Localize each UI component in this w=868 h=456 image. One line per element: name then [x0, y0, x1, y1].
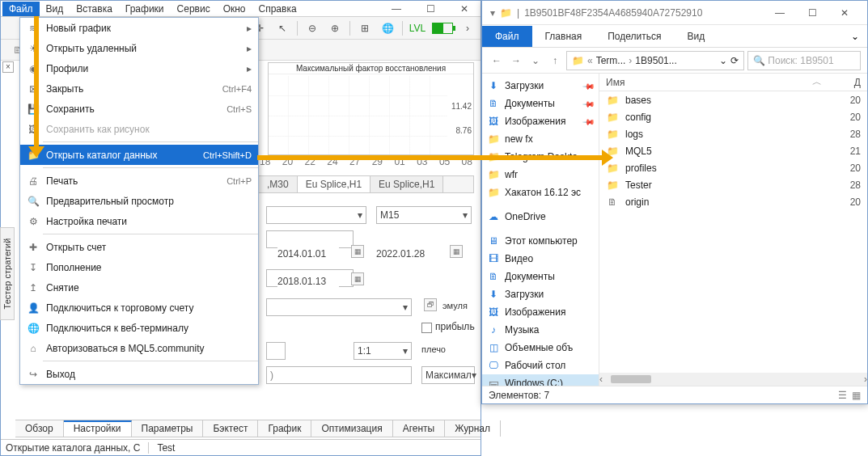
tree-item[interactable]: 🎞Видео — [482, 250, 599, 268]
ribbon-view[interactable]: Вид — [674, 26, 718, 47]
tree-item[interactable]: 🗎Документы — [482, 268, 599, 285]
tree-item[interactable]: 🖼Изображения📌 — [482, 112, 599, 130]
files-header[interactable]: Имя ︿ Д — [599, 74, 867, 91]
emu-select[interactable] — [266, 298, 412, 316]
tab-journal[interactable]: Журнал — [445, 420, 501, 437]
breadcrumb-dropdown-icon[interactable]: ⌄ — [719, 55, 727, 66]
period-select[interactable]: M15 — [376, 206, 472, 224]
menu-item[interactable]: 🖨ПечатьCtrl+P — [20, 171, 258, 191]
ribbon-home[interactable]: Главная — [532, 26, 595, 47]
nav-forward-icon[interactable]: → — [508, 53, 524, 69]
column-name[interactable]: Имя — [606, 77, 812, 88]
back-history-icon[interactable]: ▾ — [490, 7, 495, 19]
menu-insert[interactable]: Вставка — [70, 2, 119, 16]
file-row[interactable]: 📁config20 — [599, 108, 867, 125]
breadcrumb[interactable]: 📁 « Term... › 1B9501... ⌄ ⟳ — [566, 51, 744, 70]
tree-item[interactable]: 🖵Рабочий стол — [482, 357, 599, 374]
menu-item[interactable]: ⊠ЗакрытьCtrl+F4 — [20, 78, 258, 99]
tree-item[interactable]: ⬇Загрузки — [482, 285, 599, 303]
tree-item[interactable]: 📁wfr — [482, 166, 599, 184]
tree-item[interactable]: 🖥Этот компьютер — [482, 232, 599, 250]
tree-item[interactable]: ☁OneDrive — [482, 208, 599, 226]
ribbon-share[interactable]: Поделиться — [595, 26, 674, 47]
tester-sidebar-label[interactable]: Тестер стратегий — [0, 227, 15, 320]
date-mid-input[interactable]: 2018.01.13 — [277, 272, 339, 290]
tab-overview[interactable]: Обзор — [15, 420, 64, 437]
breadcrumb-segment[interactable]: 1B9501... — [635, 55, 676, 66]
menu-file[interactable]: Файл — [2, 2, 40, 16]
chart-tab[interactable]: Eu Splice,H1 — [298, 176, 370, 192]
explorer-tree[interactable]: ⬇Загрузки📌🗎Документы📌🖼Изображения📌📁new f… — [482, 74, 599, 386]
explorer-search-input[interactable]: 🔍 Поиск: 1B9501 — [747, 51, 861, 70]
tree-item[interactable]: ♪Музыка — [482, 321, 599, 339]
tree-item[interactable]: ◫Объемные объ — [482, 339, 599, 357]
menu-item[interactable]: 👤Подключиться к торговому счету — [20, 298, 258, 318]
menu-window[interactable]: Окно — [217, 2, 252, 16]
menu-item[interactable]: ↪Выход — [20, 364, 258, 384]
cursor-icon[interactable]: ↖ — [274, 20, 290, 36]
emu-open-button[interactable]: 🗗 — [424, 298, 437, 311]
chart-tab[interactable]: ,M30 — [259, 176, 298, 192]
tab-chart[interactable]: График — [258, 420, 311, 437]
details-view-icon[interactable]: ☰ — [838, 390, 847, 401]
menu-item[interactable]: ⚙Настройка печати — [20, 211, 258, 231]
deposit-input[interactable] — [266, 342, 286, 360]
globe-icon[interactable]: 🌐 — [379, 20, 396, 36]
zoomin-icon[interactable]: ⊕ — [327, 20, 343, 36]
nav-up-icon[interactable]: ↑ — [547, 53, 563, 69]
menu-item[interactable]: ☀Открыть удаленный▸ — [20, 38, 258, 58]
calendar-icon[interactable]: ▦ — [351, 272, 364, 285]
menu-help[interactable]: Справка — [252, 2, 303, 16]
column-sort-icon[interactable]: ︿ — [812, 75, 822, 89]
tab-params[interactable]: Параметры — [132, 420, 204, 437]
zoomout-icon[interactable]: ⊖ — [304, 20, 320, 36]
nav-back-icon[interactable]: ← — [489, 53, 505, 69]
symbol-select[interactable] — [266, 206, 366, 224]
menu-service[interactable]: Сервис — [171, 2, 217, 16]
tree-item[interactable]: 🗎Документы📌 — [482, 95, 599, 112]
tree-item[interactable]: 🖴Windows (C:) — [482, 374, 599, 386]
menu-item[interactable]: ↧Пополнение — [20, 257, 258, 277]
menu-view[interactable]: Вид — [40, 2, 70, 16]
horizontal-scrollbar[interactable]: ‹› — [599, 373, 867, 386]
tiles-view-icon[interactable]: ▦ — [852, 390, 861, 401]
menu-item[interactable]: ◉Профили▸ — [20, 58, 258, 78]
date-from-input[interactable]: 2014.01.01 — [277, 245, 339, 263]
file-row[interactable]: 🗎origin20 — [599, 193, 867, 210]
file-row[interactable]: 📁bases20 — [599, 91, 867, 108]
close-button[interactable]: ✕ — [448, 3, 481, 15]
breadcrumb-segment[interactable]: Term... — [596, 55, 626, 66]
column-date[interactable]: Д — [854, 77, 861, 88]
tab-backtest[interactable]: Бэктест — [203, 420, 258, 437]
file-row[interactable]: 📁MQL521 — [599, 142, 867, 159]
maximize-button[interactable]: ☐ — [798, 7, 827, 19]
menu-item[interactable]: 📁Открыть каталог данныхCtrl+Shift+D — [20, 145, 258, 165]
panel-close-icon[interactable]: × — [2, 61, 14, 73]
calendar-icon[interactable]: ▦ — [351, 245, 364, 258]
minimize-button[interactable]: — — [380, 3, 413, 15]
tile-icon[interactable]: ⊞ — [357, 20, 373, 36]
tree-item[interactable]: 📁Telegram Deskto — [482, 148, 599, 166]
menu-item[interactable]: 🔍Предварительный просмотр — [20, 191, 258, 211]
tab-optimization[interactable]: Оптимизация — [311, 420, 392, 437]
maximize-button[interactable]: ☐ — [414, 3, 447, 15]
tree-item[interactable]: 📁new fx — [482, 130, 599, 148]
tree-item[interactable]: 📁Хакатон 16.12 эс — [482, 184, 599, 201]
file-row[interactable]: 📁logs28 — [599, 125, 867, 142]
file-row[interactable]: 📁Tester28 — [599, 176, 867, 193]
chart-tab[interactable]: Eu Splice,H1 — [370, 176, 443, 192]
menu-item[interactable]: 💾СохранитьCtrl+S — [20, 99, 258, 119]
menu-charts[interactable]: Графики — [119, 2, 171, 16]
calendar-icon[interactable]: ▦ — [450, 245, 463, 258]
profit-checkbox[interactable] — [421, 323, 432, 333]
menu-item[interactable]: ✚Открыть счет — [20, 237, 258, 257]
chevron-right-icon[interactable]: › — [459, 20, 476, 36]
leverage-select[interactable]: 1:1 — [354, 342, 412, 360]
tree-item[interactable]: ⬇Загрузки📌 — [482, 77, 599, 95]
menu-item[interactable]: ⌂Авторизоваться в MQL5.community — [20, 338, 258, 358]
ribbon-file[interactable]: Файл — [482, 26, 532, 47]
max-select[interactable]: Максимал — [421, 366, 475, 384]
menu-item[interactable]: 🌐Подключиться к веб-терминалу — [20, 318, 258, 338]
nav-recent-icon[interactable]: ⌄ — [527, 53, 544, 69]
tab-settings[interactable]: Настройки — [64, 420, 132, 437]
